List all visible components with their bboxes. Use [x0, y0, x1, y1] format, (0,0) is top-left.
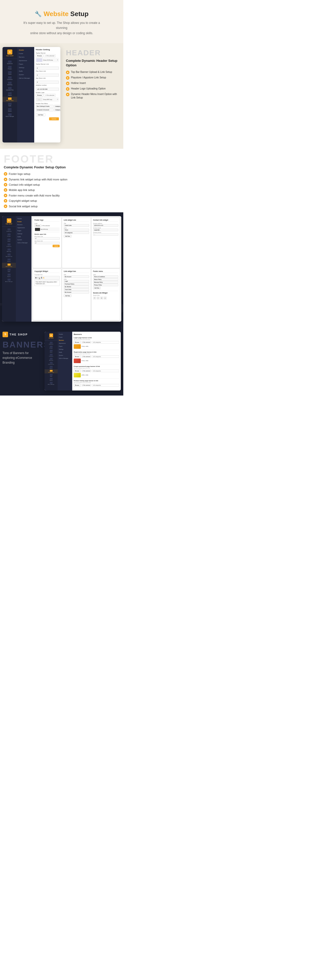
- b-sub-header[interactable]: Header: [58, 333, 72, 336]
- youtube-icon[interactable]: y: [104, 296, 107, 299]
- bold-icon[interactable]: B: [35, 277, 37, 279]
- f-nav-product[interactable]: Product: [2, 233, 16, 238]
- menu-name-2[interactable]: [36, 108, 54, 111]
- topbar-link-input[interactable]: [36, 67, 59, 70]
- f-sub-settings[interactable]: Settings: [16, 232, 32, 235]
- f-nav-addon[interactable]: Add-on Manager: [2, 278, 16, 283]
- b-sub-staffs[interactable]: Staffs: [58, 351, 72, 354]
- f-nav-system[interactable]: System: [2, 273, 16, 278]
- f-nav-dashboard[interactable]: Dashboard: [2, 228, 16, 233]
- sub-item-staffs2[interactable]: Staffs: [17, 69, 34, 73]
- f-nav-support[interactable]: Support: [2, 258, 16, 263]
- b-nav-files[interactable]: Uploaded Files: [45, 361, 58, 365]
- nav-item-staffs[interactable]: Staffs: [3, 102, 17, 107]
- add-new-menu-button[interactable]: Add New: [36, 113, 45, 116]
- banner-3-browse-btn[interactable]: Browse: [74, 369, 80, 372]
- strikethrough-icon[interactable]: S̶: [41, 277, 42, 279]
- footer-update-btn[interactable]: Update: [53, 245, 60, 247]
- f-sub-appearance[interactable]: Appearance: [16, 226, 32, 229]
- nav-item-website-setup[interactable]: Website Setup: [3, 97, 17, 102]
- close-icon[interactable]: ✕: [57, 59, 58, 61]
- sub-item-system2[interactable]: System: [17, 73, 34, 76]
- footer-play-store-input[interactable]: [35, 237, 60, 240]
- banner-1-browse-btn[interactable]: Browse: [74, 341, 80, 344]
- sub-item-appearance[interactable]: Appearance: [17, 59, 34, 62]
- contact-address-input[interactable]: [93, 224, 118, 227]
- update-button[interactable]: Update: [49, 117, 59, 120]
- b-sub-pages[interactable]: Pages: [58, 345, 72, 348]
- f-sub-header[interactable]: Header: [16, 217, 32, 220]
- nav-item-customers[interactable]: Customers: [3, 76, 17, 81]
- footer-app-store-input[interactable]: [35, 242, 60, 244]
- f-nav-website[interactable]: Website Setup: [2, 263, 16, 268]
- lw1-title-input[interactable]: [64, 224, 89, 227]
- browse-logo-button[interactable]: Browse: [36, 94, 43, 97]
- b-nav-staffs[interactable]: Staffs: [45, 374, 58, 377]
- close-logo-icon[interactable]: ✕: [57, 99, 58, 100]
- nav-item-support[interactable]: Support: [3, 91, 17, 97]
- browse-banner-button[interactable]: Browse: [36, 54, 43, 57]
- f-sub-staffs[interactable]: Staffs: [16, 235, 32, 238]
- b-sub-addon[interactable]: Add-on Manager: [58, 357, 72, 360]
- b-nav-dashboard[interactable]: Dashboard: [45, 341, 58, 345]
- nav-item-marketing[interactable]: Marketing: [3, 81, 17, 86]
- f-sub-banners[interactable]: Banners: [16, 223, 32, 226]
- b-sub-settings[interactable]: Settings: [58, 348, 72, 351]
- nav-item-orders[interactable]: Orders: [3, 70, 17, 76]
- b-sub-footer[interactable]: Footer: [58, 336, 72, 339]
- lw2-add-new-btn[interactable]: Add New: [64, 294, 71, 297]
- nav-item-product[interactable]: Product: [3, 65, 17, 70]
- nav-item-system[interactable]: System: [3, 107, 17, 113]
- twitter-icon[interactable]: t: [97, 296, 100, 299]
- footer-logo-browse-btn[interactable]: Browse: [35, 224, 41, 227]
- sub-item-settings[interactable]: Settings: [17, 66, 34, 69]
- nav-item-dashboard[interactable]: Dashboard: [3, 60, 17, 65]
- f-sub-footer[interactable]: Footer: [16, 220, 32, 223]
- b-nav-website[interactable]: Website Setup: [45, 369, 58, 374]
- b-nav-system[interactable]: System: [45, 377, 58, 382]
- f-sub-addon[interactable]: Add-on Manager: [16, 241, 32, 244]
- sub-item-footer[interactable]: Footer: [17, 52, 34, 55]
- fm-add-new-btn[interactable]: Add New: [93, 287, 101, 289]
- banner-2-browse-btn[interactable]: Browse: [74, 355, 80, 358]
- b-sub-appearance[interactable]: Appearance: [58, 342, 72, 345]
- feature-item-hotline: ▶ Hotline Insert: [66, 81, 121, 85]
- text-color-icon[interactable]: A: [43, 277, 45, 279]
- sub-item-pages[interactable]: Pages: [17, 62, 34, 66]
- menu-link-2[interactable]: [54, 108, 61, 111]
- b-nav-marketing[interactable]: Marketing: [45, 357, 58, 361]
- f-sub-system[interactable]: System: [16, 238, 32, 241]
- lw2-title-input[interactable]: [64, 275, 89, 278]
- b-sub-banners[interactable]: Banners: [58, 339, 72, 342]
- menu-name-1[interactable]: [36, 105, 54, 108]
- italic-icon[interactable]: I: [37, 277, 38, 279]
- b-nav-addon[interactable]: Add-on Manager: [45, 382, 58, 385]
- nav-item-uploaded[interactable]: Uploaded Files: [3, 86, 17, 91]
- b-nav-customers[interactable]: Customers: [45, 353, 58, 357]
- helpline-input[interactable]: [36, 88, 59, 91]
- f-nav-customers[interactable]: Customers: [2, 243, 16, 248]
- contact-email-input[interactable]: [93, 229, 118, 231]
- b-nav-support[interactable]: Support: [45, 365, 58, 369]
- sub-item-header[interactable]: Header: [17, 48, 34, 52]
- b-nav-product[interactable]: Product: [45, 345, 58, 349]
- facebook-icon[interactable]: f: [93, 296, 96, 299]
- sub-item-banners[interactable]: Banners: [17, 55, 34, 59]
- f-nav-marketing[interactable]: Marketing: [2, 248, 16, 253]
- f-nav-orders[interactable]: Orders: [2, 238, 16, 243]
- b-sub-system[interactable]: System: [58, 354, 72, 357]
- play-store-input[interactable]: [36, 74, 59, 76]
- b-nav-orders[interactable]: Orders: [45, 349, 58, 353]
- f-sub-pages[interactable]: Pages: [16, 229, 32, 232]
- menu-link-1[interactable]: [54, 105, 61, 108]
- underline-icon[interactable]: U: [39, 277, 40, 279]
- linkedin-icon[interactable]: in: [100, 296, 103, 299]
- sub-item-addon2[interactable]: Add-on Manager: [17, 76, 34, 80]
- lw1-add-new-btn[interactable]: Add New: [64, 235, 71, 237]
- app-store-input[interactable]: [36, 81, 59, 84]
- banner-4-browse-btn[interactable]: Browse: [74, 384, 80, 387]
- nav-item-addon[interactable]: Add-on Manager: [3, 113, 17, 118]
- f-nav-staffs[interactable]: Staffs: [2, 268, 16, 273]
- f-nav-files[interactable]: Uploaded Files: [2, 253, 16, 258]
- contact-phone-input[interactable]: [93, 233, 118, 236]
